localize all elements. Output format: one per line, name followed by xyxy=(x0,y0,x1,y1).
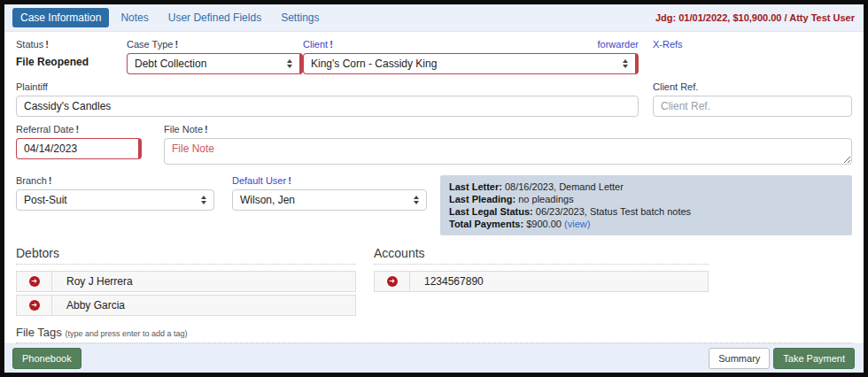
debtor-action-cell[interactable]: ➜ xyxy=(17,272,52,291)
red-circle-arrow-icon[interactable]: ➜ xyxy=(29,276,40,287)
file-note-textarea[interactable] xyxy=(164,138,852,165)
summary-button[interactable]: Summary xyxy=(709,348,770,369)
last-pleading-line: Last Pleading: no pleadings xyxy=(449,193,843,205)
up-down-caret-icon xyxy=(414,196,419,204)
case-type-required-marker: ! xyxy=(174,39,178,50)
row-plaintiff-clientref: Plaintiff Client Ref. xyxy=(16,81,852,117)
default-user-required-marker: ! xyxy=(288,175,291,186)
client-select[interactable]: King's Corn - Cassidy King xyxy=(303,53,639,74)
total-payments-line: Total Payments: $900.00 (view) xyxy=(449,218,843,230)
debtors-title: Debtors xyxy=(16,246,356,265)
default-user-selected-value: Wilson, Jen xyxy=(240,194,295,206)
tab-settings[interactable]: Settings xyxy=(273,8,327,27)
file-note-label: File Note! xyxy=(164,124,852,135)
case-information-panel: Status! File Reopened Case Type! Debt Co… xyxy=(4,32,864,343)
tab-user-defined-fields[interactable]: User Defined Fields xyxy=(160,8,269,27)
accounts-title: Accounts xyxy=(374,246,709,265)
case-type-label: Case Type! xyxy=(127,39,303,50)
debtor-row[interactable]: ➜ Roy J Herrera xyxy=(16,271,356,292)
debtor-row[interactable]: ➜ Abby Garcia xyxy=(16,295,356,316)
take-payment-button[interactable]: Take Payment xyxy=(773,348,855,369)
debtor-name: Roy J Herrera xyxy=(52,272,133,291)
file-tags-section: File Tags (type and press enter to add a… xyxy=(16,326,852,343)
plaintiff-label: Plaintiff xyxy=(16,81,639,92)
forwarder-link[interactable]: forwarder xyxy=(598,39,639,50)
account-row[interactable]: ➜ 1234567890 xyxy=(374,271,709,292)
client-ref-label: Client Ref. xyxy=(653,81,852,92)
judgment-info: Jdg: 01/01/2022, $10,900.00 / Atty Test … xyxy=(655,12,855,23)
accounts-section: Accounts ➜ 1234567890 xyxy=(374,246,709,319)
branch-label: Branch! xyxy=(16,175,214,186)
row-branch-user-summary: Branch! Post-Suit Default User! Wilson, … xyxy=(16,175,852,235)
case-summary-box: Last Letter: 08/16/2023, Demand Letter L… xyxy=(440,175,852,235)
case-type-select[interactable]: Debt Collection xyxy=(127,53,303,74)
red-circle-arrow-icon[interactable]: ➜ xyxy=(387,276,398,287)
phonebook-button[interactable]: Phonebook xyxy=(12,348,81,369)
debtor-name: Abby Garcia xyxy=(52,296,125,315)
file-tags-title: File Tags (type and press enter to add a… xyxy=(16,326,852,343)
last-legal-status-line: Last Legal Status: 06/23/2023, Status Te… xyxy=(449,205,843,218)
account-action-cell[interactable]: ➜ xyxy=(375,272,410,291)
tabs-group: Case Information Notes User Defined Fiel… xyxy=(12,8,327,27)
row-referral-filenote: Referral Date! File Note! xyxy=(16,124,852,168)
last-letter-line: Last Letter: 08/16/2023, Demand Letter xyxy=(449,181,843,193)
row-status-casetype-client: Status! File Reopened Case Type! Debt Co… xyxy=(16,39,852,74)
branch-selected-value: Post-Suit xyxy=(24,194,67,206)
up-down-caret-icon xyxy=(201,196,206,204)
client-ref-input[interactable] xyxy=(653,96,852,117)
file-tags-hint: (type and press enter to add a tag) xyxy=(65,329,187,338)
debtor-action-cell[interactable]: ➜ xyxy=(17,296,52,315)
branch-required-marker: ! xyxy=(49,175,52,186)
status-required-marker: ! xyxy=(45,39,49,50)
status-value: File Reopened xyxy=(16,53,127,68)
app-window: Case Information Notes User Defined Fiel… xyxy=(0,0,868,377)
referral-date-label: Referral Date! xyxy=(16,124,142,135)
referral-date-required-marker: ! xyxy=(75,124,79,135)
view-payments-link[interactable]: (view) xyxy=(564,219,590,229)
footer-bar: Phonebook Summary Take Payment xyxy=(4,343,864,373)
referral-date-input[interactable] xyxy=(16,138,142,159)
branch-select[interactable]: Post-Suit xyxy=(16,189,214,211)
tab-case-information[interactable]: Case Information xyxy=(12,8,109,27)
default-user-select[interactable]: Wilson, Jen xyxy=(232,189,427,211)
client-selected-value: King's Corn - Cassidy King xyxy=(311,58,437,70)
client-required-marker: ! xyxy=(329,39,333,50)
tab-notes[interactable]: Notes xyxy=(112,8,156,27)
status-label: Status! xyxy=(16,39,127,50)
footer-right-buttons: Summary Take Payment xyxy=(709,348,855,369)
plaintiff-input[interactable] xyxy=(16,96,639,117)
case-type-selected-value: Debt Collection xyxy=(135,58,206,70)
row-debtors-accounts: Debtors ➜ Roy J Herrera ➜ Abby Garcia Ac… xyxy=(16,246,852,319)
tab-bar: Case Information Notes User Defined Fiel… xyxy=(4,4,864,32)
client-label[interactable]: Client! xyxy=(303,39,333,50)
default-user-label[interactable]: Default User! xyxy=(232,175,427,186)
file-note-required-marker: ! xyxy=(205,124,208,135)
up-down-caret-icon xyxy=(287,59,292,68)
up-down-caret-icon xyxy=(623,59,628,68)
debtors-section: Debtors ➜ Roy J Herrera ➜ Abby Garcia xyxy=(16,246,356,319)
red-circle-arrow-icon[interactable]: ➜ xyxy=(29,300,40,311)
account-number: 1234567890 xyxy=(410,272,484,291)
xrefs-link[interactable]: X-Refs xyxy=(653,39,852,50)
